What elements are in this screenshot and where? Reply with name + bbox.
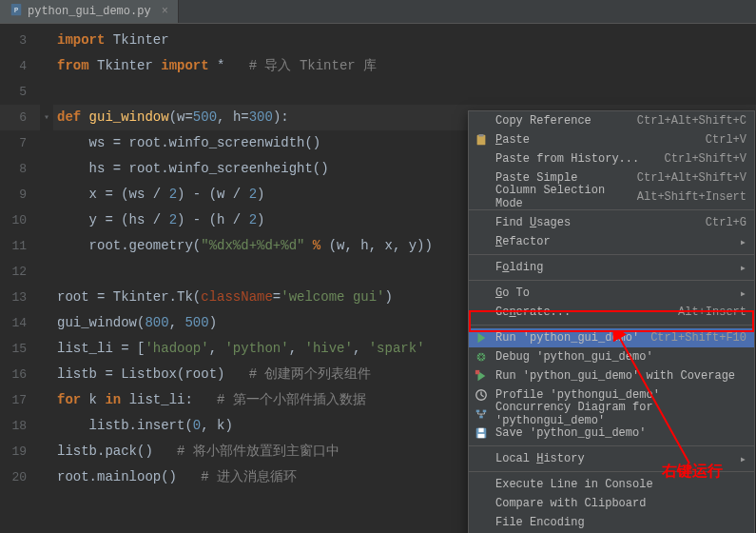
menu-shortcut: Alt+Insert (678, 306, 746, 319)
menu-label: Profile 'pythongui_demo' (495, 388, 746, 402)
line-number: 6 (0, 105, 40, 130)
tab-bar: P python_gui_demo.py × (0, 0, 756, 24)
menu-item[interactable]: Save 'python_gui_demo' (469, 424, 754, 443)
code-line: 3 import Tkinter (0, 28, 756, 53)
menu-item[interactable]: Find UsagesCtrl+G (469, 213, 754, 232)
menu-item[interactable]: Run 'python_gui_demo' with Coverage (469, 366, 754, 385)
line-number: 20 (0, 464, 40, 490)
python-file-icon: P (10, 3, 23, 20)
tab-label: python_gui_demo.py (28, 5, 151, 18)
svg-rect-8 (483, 410, 487, 413)
blank-icon (473, 286, 490, 301)
line-number: 14 (0, 310, 40, 336)
code-line: 4 from Tkinter import * # 导入 Tkinter 库 (0, 53, 756, 79)
menu-label: Copy Reference (495, 114, 637, 128)
submenu-arrow-icon: ▸ (740, 235, 746, 249)
svg-rect-7 (476, 410, 480, 413)
menu-shortcut: Alt+Shift+Insert (637, 190, 746, 204)
menu-item[interactable]: Folding▸ (469, 258, 754, 277)
menu-label: Paste from History... (495, 152, 665, 166)
profile-icon (473, 387, 490, 403)
menu-shortcut: Ctrl+Shift+F10 (650, 331, 746, 345)
line-number: 7 (0, 130, 40, 156)
blank-icon (473, 234, 490, 249)
svg-rect-12 (478, 434, 485, 438)
menu-item[interactable]: File Encoding (469, 513, 754, 532)
menu-label: Paste (495, 133, 706, 147)
menu-label: Run 'python_gui_demo' (495, 331, 650, 345)
paste-icon (473, 132, 490, 148)
line-number: 5 (0, 79, 40, 105)
blank-icon (473, 260, 490, 275)
menu-shortcut: Ctrl+G (706, 216, 746, 229)
menu-item[interactable]: Compare with Clipboard (469, 494, 754, 513)
menu-item[interactable]: Column Selection ModeAlt+Shift+Insert (469, 188, 754, 207)
save-icon (473, 425, 490, 441)
menu-item[interactable]: Refactor▸ (469, 232, 754, 251)
submenu-arrow-icon: ▸ (740, 452, 746, 466)
menu-item[interactable]: Concurrency Diagram for 'pythongui_demo' (469, 405, 754, 424)
menu-separator (469, 325, 754, 326)
run-icon (473, 330, 490, 345)
menu-label: Column Selection Mode (495, 184, 637, 210)
menu-item[interactable]: Copy ReferenceCtrl+Alt+Shift+C (469, 111, 754, 130)
menu-shortcut: Ctrl+Alt+Shift+C (637, 114, 746, 128)
line-number: 19 (0, 439, 40, 464)
menu-label: Go To (495, 286, 736, 300)
line-number: 4 (0, 53, 40, 79)
menu-shortcut: Ctrl+V (706, 133, 746, 147)
blank-icon (473, 151, 490, 167)
blank-icon (473, 215, 490, 230)
menu-label: Compare with Clipboard (495, 497, 746, 510)
menu-label: File Encoding (495, 516, 746, 529)
menu-separator (469, 254, 754, 255)
blank-icon (473, 477, 490, 492)
menu-label: Save 'python_gui_demo' (495, 426, 746, 440)
menu-label: Folding (495, 261, 736, 274)
submenu-arrow-icon: ▸ (740, 261, 746, 275)
submenu-arrow-icon: ▸ (740, 286, 746, 301)
blank-icon (473, 496, 490, 511)
menu-item[interactable]: Go To▸ (469, 284, 754, 303)
close-icon[interactable]: × (162, 5, 168, 18)
diagram-icon (473, 406, 490, 422)
blank-icon (473, 515, 490, 530)
line-number: 17 (0, 387, 40, 413)
line-number: 13 (0, 285, 40, 310)
menu-separator (469, 445, 754, 446)
line-number: 15 (0, 336, 40, 362)
line-number: 16 (0, 362, 40, 387)
blank-icon (473, 189, 490, 205)
file-tab[interactable]: P python_gui_demo.py × (0, 0, 179, 23)
blank-icon (473, 170, 490, 186)
blank-icon (473, 113, 490, 128)
menu-label: Refactor (495, 235, 736, 248)
menu-item[interactable]: Debug 'python_gui_demo' (469, 347, 754, 366)
menu-label: Concurrency Diagram for 'pythongui_demo' (495, 401, 746, 427)
menu-item[interactable]: Run 'python_gui_demo'Ctrl+Shift+F10 (469, 328, 754, 347)
menu-label: Find Usages (495, 216, 706, 229)
menu-item[interactable]: Paste from History...Ctrl+Shift+V (469, 149, 754, 168)
line-number: 3 (0, 28, 40, 53)
svg-rect-11 (478, 428, 483, 432)
menu-label: Generate... (495, 306, 678, 319)
menu-separator (469, 280, 754, 281)
menu-item[interactable]: PasteCtrl+V (469, 130, 754, 149)
code-line: 5 (0, 79, 756, 105)
svg-rect-9 (479, 416, 483, 419)
line-number: 18 (0, 413, 40, 439)
menu-label: Paste Simple (495, 171, 637, 185)
blank-icon (473, 451, 490, 466)
menu-item[interactable]: Generate...Alt+Insert (469, 303, 754, 322)
line-number: 12 (0, 259, 40, 285)
svg-rect-3 (478, 134, 483, 137)
menu-shortcut: Ctrl+Alt+Shift+V (637, 171, 746, 185)
coverage-icon (473, 368, 490, 384)
fold-icon[interactable]: ▾ (40, 105, 53, 130)
menu-label: Debug 'python_gui_demo' (495, 350, 746, 364)
blank-icon (473, 305, 490, 320)
line-number: 9 (0, 182, 40, 207)
annotation-text: 右键运行 (662, 462, 723, 482)
menu-label: Run 'python_gui_demo' with Coverage (495, 369, 746, 383)
svg-text:P: P (14, 7, 18, 14)
